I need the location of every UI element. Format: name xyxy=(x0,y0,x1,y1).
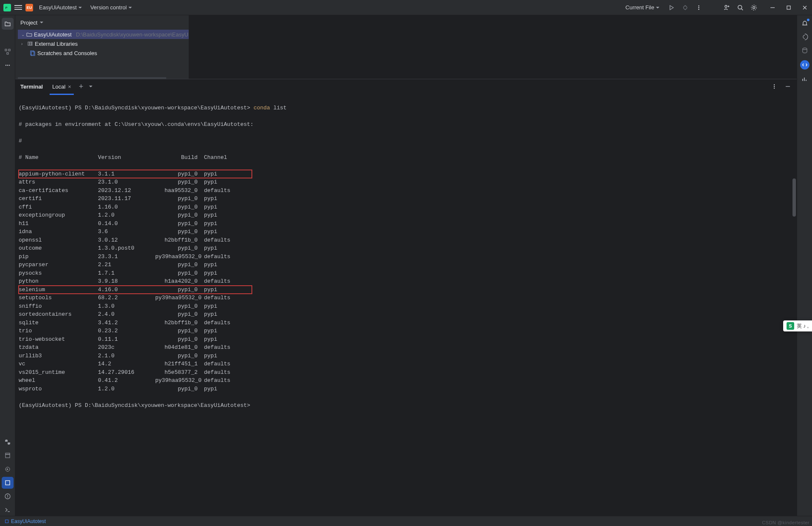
hide-terminal-icon[interactable] xyxy=(784,83,792,90)
svg-rect-19 xyxy=(5,49,7,51)
prompt-line: (EasyUiAutotest) PS D:\BaiduSyncdisk\xyo… xyxy=(19,105,254,111)
package-row: selenium4.16.0pypi_0pypi xyxy=(19,286,252,294)
package-row: tzdata2023ch04d1e81_0defaults xyxy=(19,343,793,352)
run-icon[interactable] xyxy=(668,4,675,11)
project-tree-panel: Project ⌄ EasyUiAutotest D:\BaiduSyncdis… xyxy=(15,15,189,79)
svg-point-42 xyxy=(803,48,807,50)
collapse-arrow-icon[interactable]: ⌄ xyxy=(21,32,25,37)
database-icon[interactable] xyxy=(801,47,809,54)
package-row: certifi2023.11.17pypi_0pypi xyxy=(19,195,793,203)
more-icon[interactable] xyxy=(695,4,703,11)
project-tool-icon[interactable] xyxy=(2,18,14,30)
svg-rect-21 xyxy=(7,53,8,54)
chevron-down-icon xyxy=(128,7,132,8)
chevron-down-icon xyxy=(656,7,659,8)
code-with-me-icon[interactable] xyxy=(723,4,731,11)
python-packages-icon[interactable] xyxy=(2,450,14,462)
folder-icon xyxy=(26,31,32,37)
editor-empty-area xyxy=(189,15,797,79)
package-row: cffi1.16.0pypi_0pypi xyxy=(19,203,793,212)
svg-point-40 xyxy=(774,88,775,89)
chevron-down-icon[interactable] xyxy=(40,22,43,23)
package-row: sniffio1.3.0pypi_0pypi xyxy=(19,302,793,311)
terminal-tool-icon[interactable] xyxy=(2,504,14,516)
run-config-selector[interactable]: Current File xyxy=(623,3,662,12)
package-row: idna3.6pypi_0pypi xyxy=(19,228,793,236)
ai-assistant-icon[interactable] xyxy=(801,33,809,41)
ai-chat-icon[interactable] xyxy=(800,60,809,70)
package-row: h110.14.0pypi_0pypi xyxy=(19,220,793,228)
terminal-title: Terminal xyxy=(20,83,43,90)
svg-point-2 xyxy=(684,6,687,9)
svg-point-31 xyxy=(7,497,8,498)
package-row: pip23.3.1py39haa95532_0defaults xyxy=(19,253,793,261)
main-menu-icon[interactable] xyxy=(14,4,22,11)
tree-root-row[interactable]: ⌄ EasyUiAutotest D:\BaiduSyncdisk\xyouwe… xyxy=(18,30,189,39)
package-row: pycparser2.21pypi_0pypi xyxy=(19,261,793,269)
prompt-line-2: (EasyUiAutotest) PS D:\BaiduSyncdisk\xyo… xyxy=(19,401,793,410)
svg-rect-33 xyxy=(28,42,29,45)
svg-point-38 xyxy=(774,84,775,85)
sci-mode-icon[interactable] xyxy=(801,75,809,83)
package-row: ca-certificates2023.12.12haa95532_0defau… xyxy=(19,186,793,195)
statusbar-project-label: EasyUiAutotest xyxy=(11,518,46,524)
terminal-more-icon[interactable] xyxy=(770,83,778,90)
scratches-label: Scratches and Consoles xyxy=(37,50,97,56)
left-tool-strip xyxy=(0,15,15,516)
minimize-icon[interactable] xyxy=(769,4,776,11)
maximize-icon[interactable] xyxy=(785,4,792,11)
watermark-text: CSDN @kindertester xyxy=(762,520,809,525)
add-terminal-icon[interactable]: + xyxy=(79,82,84,91)
svg-rect-25 xyxy=(6,454,10,458)
pkg-header: # NameVersionBuildChannel xyxy=(19,153,793,162)
notifications-icon[interactable] xyxy=(801,19,809,27)
project-switcher[interactable]: EasyUiAutotest xyxy=(36,3,84,12)
tree-root-path: D:\BaiduSyncdisk\xyouwen-workspace\EasyU… xyxy=(76,31,189,38)
search-icon[interactable] xyxy=(737,4,744,11)
expand-arrow-icon[interactable]: › xyxy=(21,42,25,46)
package-row: appium-python-client3.1.1pypi_0pypi xyxy=(19,170,252,178)
more-tools-icon[interactable] xyxy=(2,59,14,71)
svg-point-6 xyxy=(698,7,700,8)
svg-rect-20 xyxy=(8,49,10,51)
svg-point-13 xyxy=(753,6,755,8)
statusbar-project[interactable]: EasyUiAutotest xyxy=(5,518,46,524)
svg-line-12 xyxy=(742,8,743,10)
debug-icon[interactable] xyxy=(681,4,689,11)
package-row: sortedcontainers2.4.0pypi_0pypi xyxy=(19,310,793,319)
problems-icon[interactable] xyxy=(2,490,14,502)
package-row: attrs23.1.0pypi_0pypi xyxy=(19,178,793,186)
svg-point-39 xyxy=(774,86,775,87)
close-tab-icon[interactable]: × xyxy=(68,83,71,90)
svg-rect-34 xyxy=(30,42,31,45)
right-tool-strip xyxy=(797,15,812,516)
svg-rect-16 xyxy=(787,6,790,9)
close-icon[interactable] xyxy=(801,4,809,11)
external-libraries-label: External Libraries xyxy=(35,41,78,47)
terminal-output[interactable]: (EasyUiAutotest) PS D:\BaiduSyncdisk\xyo… xyxy=(15,94,797,516)
svg-point-11 xyxy=(738,5,742,9)
svg-point-14 xyxy=(751,5,756,10)
package-row: sqlite3.41.2h2bbff1b_0defaults xyxy=(19,319,793,327)
svg-point-23 xyxy=(7,65,8,66)
tree-scratches-row[interactable]: Scratches and Consoles xyxy=(18,48,189,58)
structure-tool-icon[interactable] xyxy=(2,46,14,58)
ime-popup[interactable]: S 英 ♪ , xyxy=(783,320,812,331)
todo-icon[interactable] xyxy=(2,477,14,489)
env-line: # packages in environment at C:\Users\xy… xyxy=(19,120,793,129)
title-bar: P EU EasyUiAutotest Version control Curr… xyxy=(0,0,812,15)
tree-root-label: EasyUiAutotest xyxy=(34,31,72,38)
run-config-label: Current File xyxy=(625,4,654,11)
svg-text:P: P xyxy=(6,6,8,10)
chevron-down-icon[interactable] xyxy=(89,86,92,87)
services-icon[interactable] xyxy=(2,463,14,475)
tree-external-row[interactable]: › External Libraries xyxy=(18,39,189,48)
svg-point-22 xyxy=(5,65,6,66)
package-row: vc14.2h21ff451_1defaults xyxy=(19,360,793,368)
vcs-menu[interactable]: Version control xyxy=(88,3,134,12)
settings-icon[interactable] xyxy=(750,4,758,11)
python-console-icon[interactable] xyxy=(2,436,14,448)
terminal-tab-local[interactable]: Local × xyxy=(50,82,73,92)
package-row: outcome1.3.0.post0pypi_0pypi xyxy=(19,244,793,253)
terminal-scrollbar[interactable] xyxy=(792,178,796,217)
